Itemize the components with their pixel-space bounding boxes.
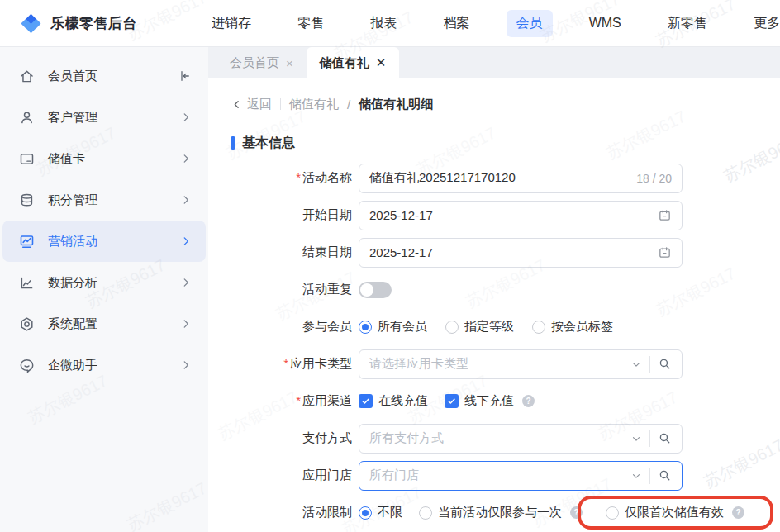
radio-first-recharge-only[interactable]: 仅限首次储值有效 ? — [606, 505, 744, 520]
select-placeholder: 所有支付方式 — [369, 430, 630, 446]
sidebar-item-member-home[interactable]: 会员首页 — [0, 55, 208, 97]
top-header: 乐檬零售后台 进销存 零售 报表 档案 会员 WMS 新零售 更多 — [0, 0, 780, 47]
search-icon[interactable] — [658, 357, 672, 371]
start-date-input[interactable] — [369, 208, 658, 222]
nav-item-inventory[interactable]: 进销存 — [202, 10, 261, 37]
radio-all-members[interactable]: 所有会员 — [359, 319, 427, 335]
activity-name-input[interactable] — [369, 171, 630, 185]
payment-select[interactable]: 所有支付方式 — [359, 424, 682, 454]
basic-info-form: *活动名称 18 / 20 开始日期 结束日期 — [231, 159, 780, 531]
sidebar-item-customer-management[interactable]: 客户管理 — [0, 97, 208, 138]
checkbox-offline-recharge[interactable]: 线下充值 ? — [445, 393, 535, 409]
sidebar-item-label: 营销活动 — [48, 234, 98, 249]
radio-once-per-activity[interactable]: 当前活动仅限参与一次 ? — [419, 505, 583, 520]
nav-item-member[interactable]: 会员 — [507, 10, 553, 37]
help-icon[interactable]: ? — [732, 506, 744, 519]
radio-label: 所有会员 — [378, 319, 427, 335]
calendar-icon[interactable] — [658, 245, 672, 259]
close-icon[interactable]: ✕ — [376, 55, 387, 70]
sidebar-item-marketing-activities[interactable]: 营销活动 — [2, 221, 206, 262]
settings-icon — [17, 314, 36, 334]
help-icon[interactable]: ? — [570, 506, 583, 519]
checkbox-checked-icon — [359, 394, 373, 408]
nav-item-retail[interactable]: 零售 — [288, 10, 334, 37]
sidebar-item-label: 数据分析 — [48, 275, 98, 291]
main-area: 会员首页 × 储值有礼 ✕ 返回 储值有礼 / 储值有礼明细 基本信息 — [208, 47, 780, 532]
radio-label: 按会员标签 — [551, 319, 613, 335]
form-row-end-date: 结束日期 — [231, 234, 780, 271]
chevron-down-icon[interactable] — [630, 470, 642, 482]
tab-member-home[interactable]: 会员首页 × — [216, 47, 307, 78]
sidebar-item-label: 积分管理 — [48, 192, 98, 208]
stores-select[interactable]: 所有门店 — [359, 461, 682, 491]
radio-specified-level[interactable]: 指定等级 — [445, 319, 514, 335]
sidebar-item-wecom-assistant[interactable]: 企微助手 — [0, 344, 208, 386]
field-label: *应用卡类型 — [231, 356, 352, 372]
field-label: *应用渠道 — [231, 393, 352, 409]
chevron-right-icon — [180, 153, 192, 164]
checkbox-label: 线下充值 — [464, 393, 514, 409]
sidebar-item-points-management[interactable]: 积分管理 — [0, 179, 208, 221]
end-date-picker[interactable] — [359, 238, 682, 268]
chevron-right-icon — [180, 359, 192, 371]
search-icon[interactable] — [658, 468, 672, 482]
field-label: 活动限制 — [231, 505, 352, 520]
channels-checkbox-group: 在线充值 线下充值 ? — [359, 393, 535, 409]
calendar-icon[interactable] — [658, 208, 672, 222]
card-type-select[interactable]: 请选择应用卡类型 — [359, 349, 682, 379]
sidebar-item-system-settings[interactable]: 系统配置 — [0, 303, 208, 344]
section-basic-info: 基本信息 — [231, 135, 780, 151]
toggle-knob — [360, 283, 373, 297]
select-divider — [649, 430, 650, 447]
radio-icon — [359, 506, 372, 520]
breadcrumb: 返回 储值有礼 / 储值有礼明细 — [231, 95, 780, 113]
analytics-icon — [17, 273, 36, 292]
checkbox-checked-icon — [445, 394, 459, 408]
field-label: *活动名称 — [231, 170, 352, 186]
chevron-down-icon[interactable] — [630, 359, 642, 370]
checkbox-online-recharge[interactable]: 在线充值 — [359, 393, 428, 409]
sidebar-item-label: 系统配置 — [48, 316, 98, 332]
sidebar-item-stored-value-card[interactable]: 储值卡 — [0, 138, 208, 179]
sidebar-item-data-analysis[interactable]: 数据分析 — [0, 262, 208, 303]
radio-no-limit[interactable]: 不限 — [359, 505, 402, 520]
breadcrumb-divider — [280, 98, 281, 110]
tab-stored-value-gift[interactable]: 储值有礼 ✕ — [307, 47, 400, 78]
nav-item-new-retail[interactable]: 新零售 — [658, 10, 717, 37]
nav-item-archives[interactable]: 档案 — [433, 10, 479, 37]
end-date-input[interactable] — [369, 245, 658, 259]
breadcrumb-parent[interactable]: 储值有礼 — [289, 97, 339, 112]
sidebar-item-label: 客户管理 — [48, 110, 98, 126]
back-button[interactable]: 返回 — [231, 97, 272, 112]
start-date-picker[interactable] — [359, 201, 682, 230]
nav-item-wms[interactable]: WMS — [579, 11, 631, 36]
chevron-right-icon — [180, 318, 192, 330]
nav-item-reports[interactable]: 报表 — [360, 10, 407, 37]
char-counter: 18 / 20 — [636, 172, 672, 185]
form-row-repeat: 活动重复 — [231, 271, 780, 308]
tab-strip: 会员首页 × 储值有礼 ✕ — [208, 47, 780, 78]
required-mark: * — [296, 170, 301, 184]
help-icon[interactable]: ? — [522, 395, 535, 407]
search-icon[interactable] — [658, 431, 672, 445]
page-content: 返回 储值有礼 / 储值有礼明细 基本信息 *活动名称 18 / 20 — [208, 78, 780, 532]
radio-icon — [532, 321, 545, 334]
wecom-assistant-icon — [17, 355, 36, 375]
section-accent-bar — [231, 136, 235, 150]
close-icon[interactable]: × — [286, 56, 293, 70]
radio-label: 仅限首次储值有效 — [625, 505, 724, 520]
radio-icon — [606, 506, 619, 520]
nav-item-more[interactable]: 更多 — [744, 10, 780, 37]
field-label: 开始日期 — [231, 207, 352, 223]
member-scope-radio-group: 所有会员 指定等级 按会员标签 — [359, 319, 613, 335]
top-nav: 进销存 零售 报表 档案 会员 WMS 新零售 更多 — [202, 10, 780, 37]
limit-radio-group: 不限 当前活动仅限参与一次 ? 仅限首次储值有效 ? — [359, 505, 744, 520]
repeat-toggle[interactable] — [359, 282, 392, 298]
chevron-down-icon[interactable] — [630, 433, 642, 444]
collapse-sidebar-icon[interactable] — [177, 69, 192, 83]
chevron-left-icon — [231, 99, 242, 110]
form-row-payment: 支付方式 所有支付方式 — [231, 420, 780, 457]
app-logo: 乐檬零售后台 — [20, 12, 137, 35]
form-row-card-type: *应用卡类型 请选择应用卡类型 — [231, 345, 780, 382]
radio-by-member-tag[interactable]: 按会员标签 — [532, 319, 613, 335]
